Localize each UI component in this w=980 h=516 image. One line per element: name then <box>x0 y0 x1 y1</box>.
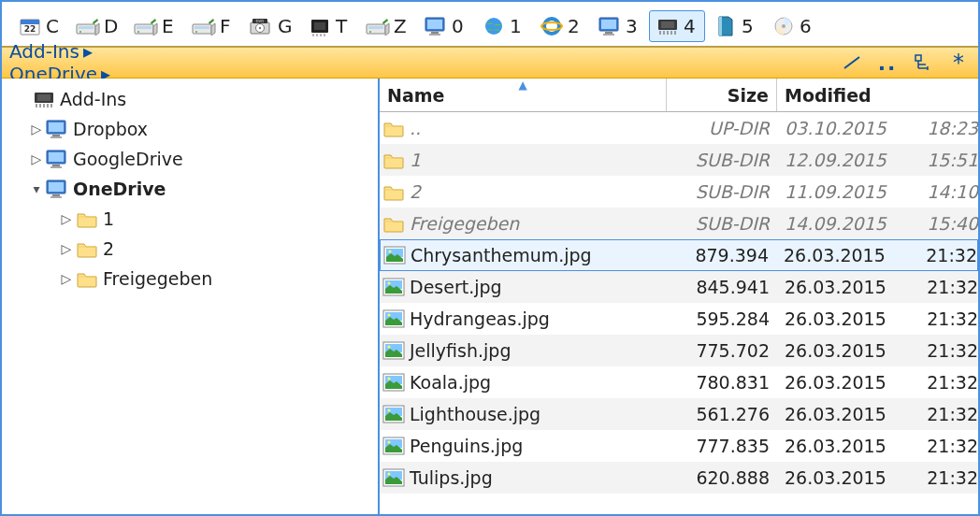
column-modified[interactable]: Modified <box>777 79 978 111</box>
tree-item[interactable]: ▷Freigegeben <box>2 264 378 294</box>
svg-rect-48 <box>915 55 921 61</box>
svg-rect-24 <box>368 26 383 29</box>
image-icon <box>380 373 406 392</box>
file-row[interactable]: Lighthouse.jpg561.27626.03.201521:32 <box>380 398 978 430</box>
dvd-icon: DVD <box>250 16 274 36</box>
drive-label: 2 <box>568 15 583 37</box>
file-name: Koala.jpg <box>406 372 667 393</box>
tree-item[interactable]: ▷1 <box>2 204 378 234</box>
drive-button-0[interactable]: 0 <box>417 10 473 42</box>
file-name: Hydrangeas.jpg <box>406 308 667 329</box>
drive-button-6[interactable]: 6 <box>765 10 821 42</box>
file-list[interactable]: ..UP-DIR03.10.201518:231SUB-DIR12.09.201… <box>380 112 978 514</box>
folder-tree[interactable]: Add-Ins▷Dropbox▷GoogleDrive▾OneDrive▷1▷2… <box>2 79 380 514</box>
breadcrumb-segment[interactable]: Add-Ins▸ <box>7 40 114 63</box>
svg-rect-38 <box>661 22 674 28</box>
file-name: Chrysanthemum.jpg <box>407 245 666 265</box>
svg-rect-71 <box>52 194 60 196</box>
file-row[interactable]: Hydrangeas.jpg595.28426.03.201521:32 <box>380 303 978 335</box>
folder-row[interactable]: 1SUB-DIR12.09.201515:51 <box>380 144 978 176</box>
disc-icon <box>771 16 796 36</box>
file-modified: 12.09.201515:51 <box>777 150 978 170</box>
file-row[interactable]: Koala.jpg780.83126.03.201521:32 <box>380 366 978 398</box>
drive-button-e[interactable]: E <box>127 10 183 42</box>
hdd-icon <box>366 16 390 36</box>
tree-item[interactable]: ▷GoogleDrive <box>2 144 378 174</box>
file-row[interactable]: Penguins.jpg777.83526.03.201521:32 <box>380 430 978 462</box>
tree-item-label: Dropbox <box>73 119 148 139</box>
folder-icon <box>75 208 99 229</box>
svg-rect-27 <box>427 20 442 29</box>
svg-point-90 <box>387 408 390 411</box>
expander-icon[interactable]: ▷ <box>58 241 75 256</box>
tree-toggle-icon[interactable] <box>913 53 933 72</box>
drive-button-1[interactable]: 1 <box>475 10 531 42</box>
column-name[interactable]: Name ▲ <box>380 79 667 111</box>
drive-button-c[interactable]: 22C <box>11 10 67 42</box>
image-icon <box>380 278 406 296</box>
drive-button-f[interactable]: F <box>185 10 241 42</box>
drive-button-4[interactable]: 4 <box>649 10 705 42</box>
drive-label: F <box>220 15 235 37</box>
dots-icon[interactable]: .. <box>877 53 898 72</box>
drive-button-5[interactable]: 5 <box>707 10 763 42</box>
file-size: 620.888 <box>667 467 777 488</box>
file-modified: 26.03.201521:32 <box>777 467 978 488</box>
svg-rect-70 <box>49 182 64 192</box>
folder-icon <box>75 268 99 289</box>
svg-point-84 <box>387 345 390 348</box>
image-icon <box>380 309 406 328</box>
expander-icon[interactable]: ▷ <box>58 271 75 286</box>
drive-button-t[interactable]: T <box>301 10 357 42</box>
folder-row[interactable]: ..UP-DIR03.10.201518:23 <box>380 112 978 144</box>
tree-item[interactable]: ▷Dropbox <box>2 114 378 144</box>
line-icon[interactable] <box>842 53 862 72</box>
expander-icon[interactable]: ▷ <box>28 151 45 166</box>
column-size[interactable]: Size <box>667 79 777 111</box>
drive-button-g[interactable]: DVDG <box>243 10 299 42</box>
folder-icon <box>380 150 406 169</box>
drive-button-d[interactable]: D <box>69 10 125 42</box>
file-size: 561.276 <box>667 404 777 424</box>
drive-button-2[interactable]: 2 <box>533 10 589 42</box>
svg-point-30 <box>485 18 502 35</box>
tree-item[interactable]: Add-Ins <box>2 84 378 114</box>
file-modified: 03.10.201518:23 <box>777 118 978 138</box>
file-name: .. <box>406 118 667 138</box>
expander-icon[interactable]: ▷ <box>28 122 45 136</box>
tree-item-label: OneDrive <box>73 179 166 199</box>
expander-icon[interactable]: ▷ <box>58 211 75 226</box>
file-row[interactable]: Desert.jpg845.94126.03.201521:32 <box>380 271 978 303</box>
star-icon[interactable]: * <box>948 53 969 72</box>
svg-rect-35 <box>605 32 612 34</box>
svg-point-81 <box>387 313 390 316</box>
tree-item[interactable]: ▷2 <box>2 234 378 264</box>
drive-label: D <box>104 15 119 37</box>
file-size: 780.831 <box>667 372 777 393</box>
column-headers[interactable]: Name ▲ Size Modified <box>380 79 978 112</box>
file-modified: 26.03.201521:32 <box>777 372 978 393</box>
drive-label: 3 <box>626 15 641 37</box>
file-row[interactable]: Jellyfish.jpg775.70226.03.201521:32 <box>380 335 978 366</box>
drive-toolbar: 22CDEFDVDGTZ0123456 <box>2 2 978 47</box>
tree-item[interactable]: ▾OneDrive <box>2 174 378 204</box>
folder-row[interactable]: 2SUB-DIR11.09.201514:10 <box>380 176 978 208</box>
chip-icon <box>32 89 56 109</box>
file-name: Jellyfish.jpg <box>406 340 667 361</box>
file-row[interactable]: Tulips.jpg620.88826.03.201521:32 <box>380 462 978 494</box>
file-modified: 26.03.201521:32 <box>777 308 978 329</box>
file-name: Desert.jpg <box>406 277 667 297</box>
svg-rect-66 <box>49 152 64 162</box>
expander-icon[interactable]: ▾ <box>28 181 45 196</box>
drive-button-z[interactable]: Z <box>359 10 415 42</box>
drive-button-3[interactable]: 3 <box>591 10 647 42</box>
folder-row[interactable]: FreigegebenSUB-DIR14.09.201515:40 <box>380 208 978 239</box>
file-name: Tulips.jpg <box>406 467 667 488</box>
drive-label: E <box>162 15 177 37</box>
file-row[interactable]: Chrysanthemum.jpg879.39426.03.201521:32 <box>380 239 978 271</box>
file-size: SUB-DIR <box>667 150 777 170</box>
svg-point-87 <box>387 377 390 380</box>
svg-point-75 <box>388 250 391 252</box>
drive-label: 5 <box>742 15 757 37</box>
svg-text:DVD: DVD <box>256 19 265 23</box>
